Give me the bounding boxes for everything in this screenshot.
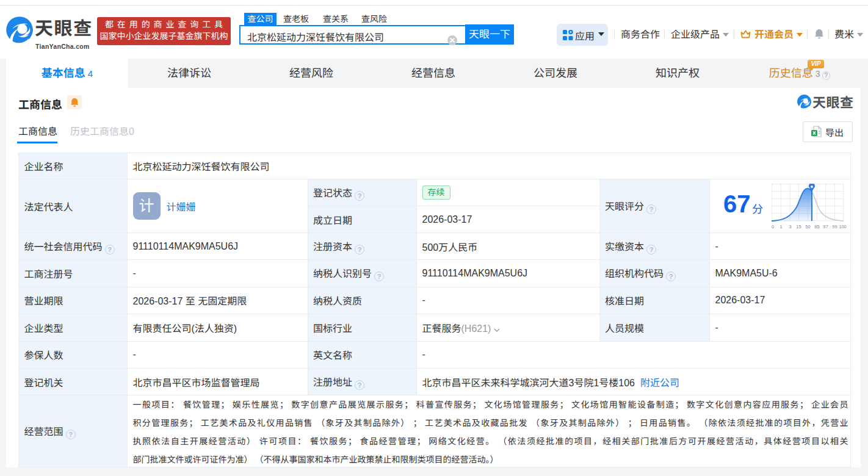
svg-text:100: 100 — [839, 224, 847, 229]
svg-text:3: 3 — [789, 224, 791, 229]
svg-text:50: 50 — [805, 224, 810, 229]
svg-text:97: 97 — [823, 224, 828, 229]
svg-text:1: 1 — [779, 224, 782, 229]
svg-text:15: 15 — [796, 224, 801, 229]
svg-text:85: 85 — [814, 224, 819, 229]
svg-text:0: 0 — [772, 224, 774, 229]
svg-text:99: 99 — [832, 224, 837, 229]
